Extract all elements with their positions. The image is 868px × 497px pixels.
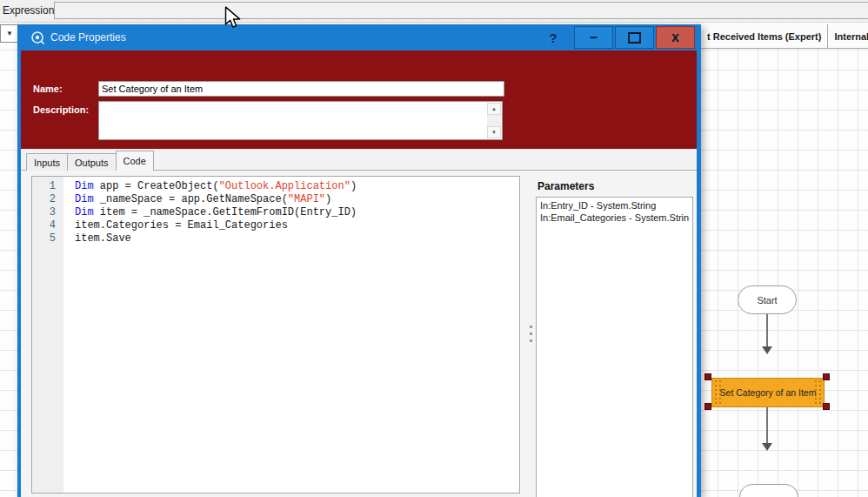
selection-handle-bottom-left[interactable] [704,403,711,410]
code-editor[interactable]: 1Dim app = CreateObject("Outlook.Applica… [31,176,520,494]
scroll-down-button[interactable]: ▼ [487,126,501,138]
panel-splitter[interactable] [526,176,535,492]
question-icon: ? [549,30,557,45]
parameter-item[interactable]: In:Entry_ID - System.String [540,199,689,212]
code-text: item.Save [63,232,131,245]
code-line: 4item.Categories = Email_Categories [32,219,519,232]
dialog-body: Name: Description: ▲ ▼ [21,50,697,497]
code-line: 3Dim item = _nameSpace.GetItemFromID(Ent… [32,206,519,219]
selection-handle-top-right[interactable] [823,373,830,380]
minimize-icon: – [590,30,598,45]
scroll-up-button[interactable]: ▲ [487,103,501,115]
description-label: Description: [33,104,89,115]
mouse-cursor-icon [224,6,243,29]
end-node-partial[interactable] [739,484,798,497]
selection-hatch-right [814,380,822,405]
code-line: 2Dim _nameSpace = app.GetNameSpace("MAPI… [32,193,519,206]
arrowhead-icon [762,346,772,354]
chevron-down-icon: ▼ [6,30,13,37]
arrowhead-icon [762,443,772,451]
dialog-header: Name: Description: ▲ ▼ [21,50,697,149]
minimize-button[interactable]: – [574,26,613,49]
start-node[interactable]: Start [738,285,797,314]
parameters-listbox[interactable]: In:Entry_ID - System.StringIn:Email_Cate… [536,197,693,497]
help-button[interactable]: ? [536,26,571,49]
tab-inputs[interactable]: Inputs [26,153,68,171]
expression-dropdown-button[interactable]: ▼ [0,24,19,43]
tab-internal-get[interactable]: Internal_Get [828,24,868,48]
grip-icon [530,326,532,328]
selection-handle-bottom-right[interactable] [823,403,830,410]
dialog-title: Code Properties [50,31,126,44]
expression-label: Expression: [3,4,57,17]
line-number: 5 [32,232,63,245]
maximize-icon [628,32,641,44]
dialog-titlebar[interactable]: Code Properties ? – x [17,24,701,50]
close-button[interactable]: x [656,26,695,49]
parameter-item[interactable]: In:Email_Categories - System.String [540,212,689,224]
name-label: Name: [33,84,63,94]
line-number: 1 [32,180,63,193]
selection-hatch-left [714,380,722,405]
activity-node-set-category[interactable]: Set Category of an Item [711,378,825,407]
line-number: 2 [32,193,63,206]
code-line: 5item.Save [32,232,519,245]
grip-icon [530,332,532,335]
expression-toolbar: Expression: [0,0,868,23]
parameters-title: Parameters [537,180,594,192]
code-text: Dim item = _nameSpace.GetItemFromID(Entr… [63,206,357,219]
selection-handle-top-left[interactable] [704,373,711,380]
code-line: 1Dim app = CreateObject("Outlook.Applica… [32,180,519,193]
line-number: 3 [32,206,63,219]
code-text: Dim _nameSpace = app.GetNameSpace("MAPI"… [63,193,331,206]
code-text: Dim app = CreateObject("Outlook.Applicat… [63,180,357,193]
close-icon: x [671,30,679,45]
document-tabbar: t Received Items (Expert) Internal_Get [701,24,868,49]
code-properties-dialog: Code Properties ? – x Name: Description: [17,24,701,497]
maximize-button[interactable] [615,26,654,49]
code-text: item.Categories = Email_Categories [63,219,288,232]
code-lines: 1Dim app = CreateObject("Outlook.Applica… [32,180,519,245]
name-input[interactable] [98,81,504,97]
grip-icon [530,339,532,342]
line-number: 4 [32,219,63,232]
chevron-up-icon: ▲ [491,106,497,111]
activity-icon [30,30,44,44]
tab-received-items-expert[interactable]: t Received Items (Expert) [701,24,828,48]
code-tabpage: 1Dim app = CreateObject("Outlook.Applica… [21,170,697,497]
chevron-down-icon: ▼ [491,130,497,135]
tab-code[interactable]: Code [116,151,154,171]
tab-outputs[interactable]: Outputs [67,153,117,171]
expression-input[interactable] [54,2,868,19]
description-textarea[interactable]: ▲ ▼ [98,101,503,140]
screen: Expression: ▼ t Received Items (Expert) … [0,0,868,497]
connector-line [766,407,768,443]
connector-line [766,314,768,346]
description-scrollbar[interactable]: ▲ ▼ [487,103,501,138]
dialog-tabstrip: Inputs Outputs Code [26,151,153,171]
